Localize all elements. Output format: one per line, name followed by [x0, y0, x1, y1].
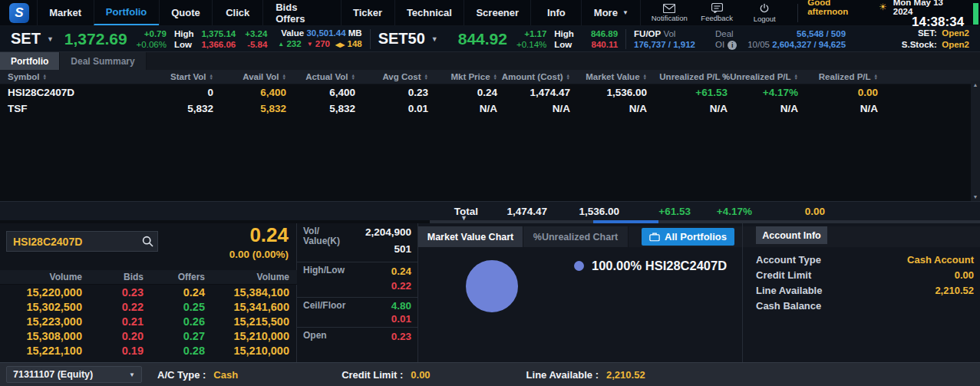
nav-item-technical[interactable]: Technical — [394, 0, 464, 25]
col-header-amount-cost[interactable]: Amount (Cost)▲▼ — [505, 72, 578, 81]
cash-balance-label: Cash Balance — [756, 299, 821, 314]
search-icon[interactable] — [137, 236, 157, 247]
offer-price[interactable]: 0.24 — [150, 285, 211, 300]
ac-type-value: Cash — [213, 369, 238, 381]
col-header-start-vol[interactable]: Start Vol▲▼ — [121, 72, 221, 81]
bid-price[interactable]: 0.23 — [88, 285, 150, 300]
low-value: 0.22 — [391, 280, 411, 292]
tab-deal-summary[interactable]: Deal Summary — [60, 52, 146, 70]
col-header-symbol[interactable]: Symbol▲▼ — [0, 72, 121, 81]
info-icon[interactable]: i — [728, 41, 737, 50]
cell-amount-cost: 1,474.47 — [505, 87, 578, 98]
line-available-value: 2,210.52 — [935, 283, 974, 299]
legend-percentage: 100.00% — [592, 259, 642, 272]
nav-item-bids-offers[interactable]: Bids Offers — [262, 0, 340, 25]
oi-label: OIi — [715, 39, 737, 50]
nav-item-info[interactable]: Info — [530, 0, 581, 25]
col-header-bids: Bids — [88, 270, 150, 285]
line-available-bar-label: Line Available : — [526, 369, 599, 381]
decliners-icon: ▼ — [307, 41, 313, 48]
notification-button[interactable]: Notification — [645, 4, 693, 22]
nav-item-more[interactable]: More ▼ — [581, 0, 641, 25]
account-info-rows: Account Type Cash Account Credit Limit 0… — [756, 252, 974, 314]
high-low-row: High/Low 0.24 0.22 — [297, 262, 417, 298]
vol-label: Vol/ — [303, 226, 319, 236]
sun-icon: ☀ — [879, 2, 887, 12]
set50-low-label: Low — [554, 39, 574, 50]
vertical-scrollbar[interactable]: ▲ ▼ — [971, 81, 980, 201]
tab-account-info[interactable]: Account Info — [756, 226, 827, 244]
chevron-down-icon: ▼ — [622, 9, 629, 16]
set50-index-selector[interactable]: SET50 ▼ — [378, 30, 438, 48]
table-row[interactable]: TSF 5,832 5,832 5,832 0.01 N/A N/A N/A N… — [0, 101, 980, 117]
unchanged-icon: ◀▶ — [335, 41, 345, 48]
col-header-realized-pl[interactable]: Realized P/L▲▼ — [806, 72, 886, 81]
offer-price[interactable]: 0.26 — [150, 315, 211, 329]
cell-avail-vol: 6,400 — [221, 87, 294, 98]
set50-change: +1.17 — [516, 28, 546, 39]
scroll-up-icon[interactable]: ▲ — [973, 82, 978, 87]
tab-pct-unrealized-chart[interactable]: %Unrealized Chart — [523, 226, 629, 247]
nav-item-portfolio[interactable]: Portfolio — [94, 0, 159, 25]
symbol-search-box — [6, 231, 158, 252]
deal-value: 56,548 / 509 — [747, 28, 846, 39]
total-pct-unrealized-pl: +4.17% — [691, 206, 752, 217]
logout-button[interactable]: Logout — [741, 3, 788, 23]
scroll-down-icon[interactable]: ▼ — [973, 194, 978, 200]
bid-volume: 15,221,100 — [0, 344, 88, 358]
tab-portfolio[interactable]: Portfolio — [0, 52, 60, 70]
nav-item-quote[interactable]: Quote — [159, 0, 213, 25]
col-header-pct-unrealized-pl[interactable]: %Unrealized P/L▲▼ — [735, 72, 806, 81]
bid-price[interactable]: 0.22 — [88, 300, 150, 315]
bid-volume: 15,220,000 — [0, 285, 88, 300]
app-logo-icon[interactable]: S — [9, 3, 29, 23]
legend-symbol: HSI28C2407D — [645, 259, 727, 272]
symbol-search-input[interactable] — [7, 236, 137, 248]
col-header-actual-vol[interactable]: Actual Vol▲▼ — [294, 72, 363, 81]
cell-realized-pl: N/A — [806, 103, 886, 114]
top-nav-bar: S Market Portfolio Quote Click Bids Offe… — [0, 0, 980, 26]
offer-price[interactable]: 0.27 — [150, 329, 211, 344]
sort-icon: ▲▼ — [874, 74, 878, 81]
cell-avail-vol: 5,832 — [221, 103, 294, 114]
account-selector-dropdown[interactable]: 71311107 (Equity) ▼ — [6, 366, 142, 383]
set-value: 30,501.44 — [306, 28, 345, 38]
nav-item-ticker[interactable]: Ticker — [341, 0, 394, 25]
nav-item-click[interactable]: Click — [212, 0, 262, 25]
offer-price[interactable]: 0.28 — [150, 344, 211, 358]
tab-market-value-chart[interactable]: Market Value Chart — [418, 226, 523, 247]
bid-price[interactable]: 0.21 — [88, 315, 150, 329]
quote-panel: 0.24 0.00 (0.00%) Volume Bids Offers Vol… — [0, 223, 297, 362]
col-header-mkt-price[interactable]: Mkt Price▲▼ — [436, 72, 505, 81]
bid-offer-row[interactable]: 15,223,000 0.21 0.26 15,215,500 — [0, 315, 297, 329]
nav-item-screener[interactable]: Screener — [464, 0, 530, 25]
all-portfolios-button[interactable]: All Portfolios — [642, 228, 734, 246]
total-amount-cost: 1,474.47 — [478, 206, 547, 217]
bid-offer-row[interactable]: 15,221,100 0.19 0.28 15,210,000 — [0, 344, 297, 358]
line-available-bar-value: 2,210.52 — [606, 369, 645, 381]
quote-stats-panel: Vol/Value(K) 2,204,900 501 High/Low 0.24… — [297, 223, 418, 362]
oi-date: 10/05 — [747, 40, 770, 49]
market-summary-bar: SET ▼ 1,372.69 +0.79 +0.06% High Low 1,3… — [0, 26, 980, 52]
bid-offer-row[interactable]: 15,302,500 0.22 0.25 15,341,600 — [0, 300, 297, 315]
cell-amount-cost: N/A — [505, 103, 578, 114]
holdings-table: Symbol▲▼ Start Vol▲▼ Avail Vol▲▼ Actual … — [0, 70, 980, 201]
col-header-avail-vol[interactable]: Avail Vol▲▼ — [221, 72, 294, 81]
offer-volume: 15,210,000 — [211, 329, 295, 344]
set-index-selector[interactable]: SET ▼ — [11, 30, 54, 48]
table-row[interactable]: HSI28C2407D 0 6,400 6,400 0.23 0.24 1,47… — [0, 84, 980, 101]
col-header-market-value[interactable]: Market Value▲▼ — [578, 72, 655, 81]
set-value-label: Value — [281, 28, 304, 38]
col-header-avg-cost[interactable]: Avg Cost▲▼ — [363, 72, 436, 81]
offer-price[interactable]: 0.25 — [150, 300, 211, 315]
bid-price[interactable]: 0.20 — [88, 329, 150, 344]
bid-offer-row[interactable]: 15,308,000 0.20 0.27 15,210,000 — [0, 329, 297, 344]
envelope-icon — [663, 4, 675, 13]
bid-price[interactable]: 0.19 — [88, 344, 150, 358]
bid-offer-row[interactable]: 15,220,000 0.23 0.24 15,384,100 — [0, 285, 297, 300]
nav-item-market[interactable]: Market — [37, 0, 94, 25]
set-low-label: Low — [174, 39, 194, 50]
feedback-button[interactable]: Feedback — [693, 3, 741, 22]
floor-value: 0.01 — [391, 313, 411, 325]
ceiling-value: 4.80 — [391, 300, 411, 312]
